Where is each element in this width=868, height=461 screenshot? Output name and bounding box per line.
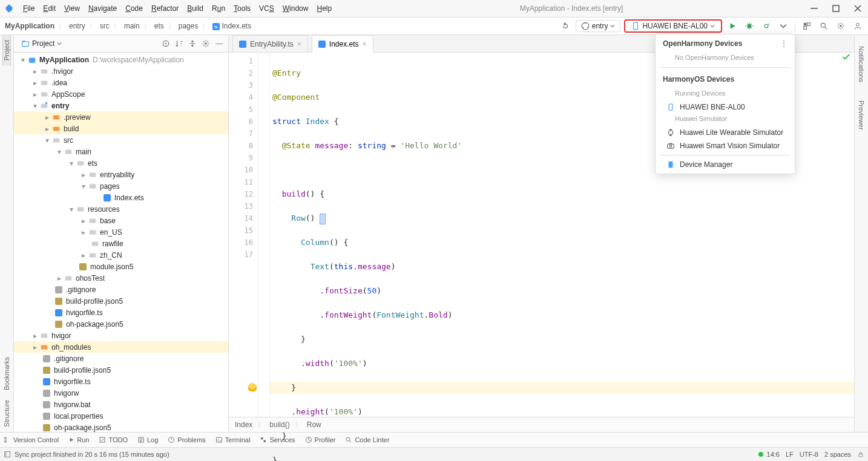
- svg-rect-12: [804, 23, 807, 26]
- menu-edit[interactable]: Edit: [39, 3, 59, 14]
- tree-file[interactable]: build-profile.json5: [14, 364, 228, 376]
- hide-icon[interactable]: —: [214, 38, 225, 49]
- menu-help[interactable]: Help: [313, 3, 335, 14]
- tree-root[interactable]: ▾ MyApplicationD:\workspace\MyApplicatio…: [14, 54, 228, 65]
- project-view-selector[interactable]: Project: [18, 38, 65, 49]
- tree-file-index[interactable]: Index.ets: [14, 192, 228, 203]
- tree-file[interactable]: .gitignore: [14, 353, 228, 364]
- tree-file[interactable]: oh-package.json5: [14, 422, 228, 432]
- gutter-notifications[interactable]: Notifications: [858, 41, 865, 87]
- tree-folder[interactable]: ▸build: [14, 123, 228, 134]
- menu-tools[interactable]: Tools: [230, 3, 254, 14]
- tool-log[interactable]: Log: [137, 436, 158, 443]
- tab-entryability[interactable]: EntryAbility.ts ×: [232, 35, 308, 52]
- menu-run[interactable]: Run: [208, 3, 229, 14]
- tree-folder[interactable]: ▸zh_CN: [14, 249, 228, 261]
- module-icon: [581, 22, 590, 30]
- attach-debug-button[interactable]: [760, 19, 773, 33]
- target-icon[interactable]: [160, 38, 171, 49]
- more-run-icon[interactable]: [777, 19, 790, 33]
- tree-folder[interactable]: ▾ets: [14, 157, 228, 169]
- bread-item[interactable]: Index: [235, 420, 252, 429]
- crumb-project[interactable]: MyApplication: [4, 22, 56, 30]
- crumb-main[interactable]: main: [123, 22, 141, 30]
- menu-view[interactable]: View: [61, 3, 84, 14]
- device-dropdown[interactable]: OpenHarmony Devices ⋮ No OpenHarmony Dev…: [655, 34, 795, 174]
- tree-folder[interactable]: ▸ohosTest: [14, 272, 228, 284]
- tool-problems[interactable]: Problems: [168, 436, 205, 443]
- sync-icon[interactable]: [559, 19, 572, 33]
- tree-file[interactable]: build-profile.json5: [14, 295, 228, 307]
- hide-panels-icon[interactable]: [4, 451, 11, 458]
- device-huawei-bneal00[interactable]: HUAWEI BNE-AL00: [656, 100, 795, 114]
- close-icon[interactable]: ×: [297, 40, 301, 48]
- project-tree[interactable]: ▾ MyApplicationD:\workspace\MyApplicatio…: [14, 53, 228, 432]
- tree-file[interactable]: local.properties: [14, 410, 228, 422]
- tree-folder[interactable]: ▸en_US: [14, 226, 228, 238]
- tab-index[interactable]: Index.ets ×: [312, 35, 373, 53]
- close-icon[interactable]: ×: [363, 40, 367, 48]
- tool-terminal[interactable]: Terminal: [215, 436, 251, 443]
- gutter-previewer[interactable]: Previewer: [858, 96, 865, 135]
- sort-icon[interactable]: [174, 38, 185, 49]
- device-selector[interactable]: HUAWEI BNE-AL00: [624, 19, 722, 33]
- gutter-project[interactable]: Project: [2, 35, 11, 65]
- tool-vcs[interactable]: Version Control: [4, 436, 59, 443]
- svg-point-74: [670, 109, 671, 110]
- crumb-module[interactable]: entry: [68, 22, 87, 30]
- menu-vcs[interactable]: VCS: [255, 3, 278, 14]
- gutter-structure[interactable]: Structure: [3, 395, 10, 432]
- tree-folder[interactable]: rawfile: [14, 238, 228, 249]
- tree-file[interactable]: oh-package.json5: [14, 318, 228, 330]
- tree-folder[interactable]: ▸oh_modules: [14, 341, 228, 353]
- tree-folder[interactable]: ▾pages: [14, 180, 228, 192]
- tree-folder[interactable]: ▸hvigor: [14, 330, 228, 341]
- window-close-icon[interactable]: [851, 2, 864, 15]
- project-structure-icon[interactable]: [800, 19, 814, 33]
- run-config-selector[interactable]: entry: [576, 20, 621, 32]
- tree-folder[interactable]: ▸base: [14, 215, 228, 226]
- tree-file[interactable]: hvigorfile.ts: [14, 376, 228, 387]
- tree-file[interactable]: hvigorw: [14, 387, 228, 399]
- menu-navigate[interactable]: Navigate: [85, 3, 120, 14]
- crumb-file[interactable]: ts Index.ets: [211, 22, 252, 30]
- menu-window[interactable]: Window: [279, 3, 312, 14]
- menu-refactor[interactable]: Refactor: [148, 3, 182, 14]
- user-icon[interactable]: [851, 19, 864, 33]
- tree-file[interactable]: .gitignore: [14, 284, 228, 295]
- device-smart-vision[interactable]: Huawei Smart Vision Simulator: [656, 139, 795, 152]
- crumb-pages[interactable]: pages: [177, 22, 200, 30]
- window-maximize-icon[interactable]: [829, 2, 843, 15]
- tree-folder[interactable]: ▾src: [14, 134, 228, 146]
- kebab-icon[interactable]: ⋮: [780, 39, 787, 48]
- tree-file[interactable]: hvigorw.bat: [14, 399, 228, 410]
- tree-folder[interactable]: ▸entryability: [14, 169, 228, 180]
- device-lite-wearable[interactable]: Huawei Lite Wearable Simulator: [656, 126, 795, 139]
- tree-folder[interactable]: ▸.preview: [14, 111, 228, 123]
- gear-icon[interactable]: [200, 38, 211, 49]
- crumb-ets[interactable]: ets: [153, 22, 165, 30]
- menu-file[interactable]: File: [19, 3, 38, 14]
- window-minimize-icon[interactable]: [807, 2, 821, 15]
- run-button[interactable]: [726, 19, 739, 33]
- crumb-src[interactable]: src: [99, 22, 111, 30]
- debug-button[interactable]: [743, 19, 756, 33]
- tree-module-entry[interactable]: ▾entry: [14, 100, 228, 111]
- lock-icon[interactable]: [857, 451, 864, 458]
- tree-file[interactable]: hvigorfile.ts: [14, 307, 228, 318]
- tree-folder[interactable]: ▾resources: [14, 203, 228, 215]
- settings-icon[interactable]: [834, 19, 847, 33]
- search-icon[interactable]: [817, 19, 830, 33]
- gutter-bookmarks[interactable]: Bookmarks: [3, 352, 10, 395]
- tree-folder[interactable]: ▸.idea: [14, 77, 228, 88]
- tree-folder[interactable]: ▸AppScope: [14, 88, 228, 100]
- device-manager[interactable]: Device Manager: [656, 158, 795, 171]
- tree-folder[interactable]: ▾main: [14, 146, 228, 157]
- menu-build[interactable]: Build: [183, 3, 207, 14]
- tree-file[interactable]: module.json5: [14, 261, 228, 272]
- tree-folder[interactable]: ▸.hvigor: [14, 65, 228, 77]
- menu-code[interactable]: Code: [122, 3, 146, 14]
- tool-run[interactable]: Run: [68, 436, 89, 443]
- collapse-icon[interactable]: [187, 38, 198, 49]
- tool-todo[interactable]: TODO: [99, 436, 128, 443]
